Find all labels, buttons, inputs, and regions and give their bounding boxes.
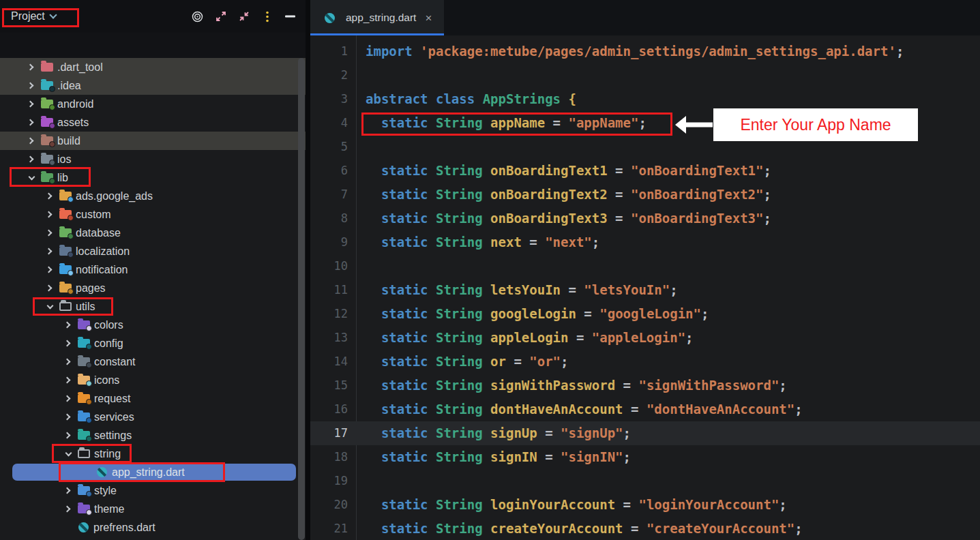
- tree-item-icons[interactable]: icons: [0, 371, 306, 389]
- line-text: static String signUp = "signUp";: [348, 421, 631, 445]
- tree-item-label: .dart_tool: [57, 61, 103, 74]
- chevron-collapsed-icon[interactable]: [23, 151, 40, 168]
- folder-badge: [68, 233, 74, 239]
- chevron-collapsed-icon[interactable]: [60, 501, 76, 518]
- more-options-icon[interactable]: [261, 11, 273, 22]
- tree-scrollbar[interactable]: [298, 58, 305, 540]
- tree-item-settings[interactable]: settings: [0, 426, 306, 445]
- chevron-collapsed-icon[interactable]: [60, 391, 76, 407]
- tree-item-string[interactable]: string: [0, 445, 306, 463]
- code-line-14[interactable]: 14 static String or = "or";: [310, 350, 980, 374]
- chevron-collapsed-icon[interactable]: [60, 317, 76, 333]
- shrink-window-icon[interactable]: [238, 11, 250, 22]
- chevron-collapsed-icon[interactable]: [23, 59, 40, 76]
- chevron-collapsed-icon[interactable]: [42, 207, 58, 223]
- chevron-collapsed-icon[interactable]: [42, 225, 58, 241]
- tree-item-theme[interactable]: theme: [0, 500, 306, 518]
- code-line-9[interactable]: 9 static String next = "next";: [310, 230, 980, 254]
- tree-item-services[interactable]: services: [0, 408, 306, 426]
- chevron-collapsed-icon[interactable]: [23, 133, 40, 149]
- tree-item--dart-tool[interactable]: .dart_tool: [0, 58, 306, 76]
- code-line-20[interactable]: 20 static String loginYourAccount = "log…: [310, 493, 980, 517]
- locate-icon[interactable]: [192, 11, 203, 22]
- folder-badge: [86, 436, 92, 442]
- chevron-expanded-icon[interactable]: [23, 170, 40, 186]
- project-view-dropdown[interactable]: Project: [11, 10, 56, 22]
- tree-item--idea[interactable]: .idea: [0, 76, 306, 95]
- tree-item-label: lib: [57, 172, 68, 184]
- line-number: 8: [310, 207, 348, 230]
- chevron-collapsed-icon[interactable]: [23, 115, 40, 131]
- code-line-7[interactable]: 7 static String onBoardingText2 = "onBoa…: [310, 183, 980, 207]
- code-line-13[interactable]: 13 static String appleLogin = "appleLogi…: [310, 326, 980, 350]
- code-line-12[interactable]: 12 static String googleLogin = "googleLo…: [310, 302, 980, 326]
- code-line-2[interactable]: 2: [310, 63, 980, 87]
- chevron-collapsed-icon[interactable]: [60, 427, 76, 444]
- tree-item-ios[interactable]: ios: [0, 150, 306, 168]
- left-arrow-icon: [674, 112, 713, 137]
- chevron-collapsed-icon[interactable]: [42, 280, 58, 297]
- folder-icon: [41, 100, 53, 108]
- expand-window-icon[interactable]: [215, 11, 226, 22]
- line-number: 12: [310, 302, 348, 326]
- tree-item-database[interactable]: database: [0, 224, 306, 242]
- folder-icon: [59, 210, 72, 219]
- tree-item-label: services: [94, 411, 134, 423]
- code-line-11[interactable]: 11 static String letsYouIn = "letsYouIn"…: [310, 278, 980, 302]
- tree-item-custom[interactable]: custom: [0, 205, 306, 224]
- code-line-16[interactable]: 16 static String dontHaveAnAccount = "do…: [310, 397, 980, 421]
- tree-item-request[interactable]: request: [0, 389, 306, 408]
- chevron-expanded-icon[interactable]: [60, 446, 76, 462]
- code-line-8[interactable]: 8 static String onBoardingText3 = "onBoa…: [310, 207, 980, 230]
- folder-badge: [49, 123, 55, 129]
- tree-item-label: localization: [76, 245, 130, 258]
- tree-item-lib[interactable]: lib: [0, 168, 306, 187]
- code-line-15[interactable]: 15 static String signWithPassword = "sig…: [310, 374, 980, 397]
- code-line-17[interactable]: 17 static String signUp = "signUp";: [310, 421, 980, 445]
- chevron-collapsed-icon[interactable]: [23, 78, 40, 94]
- line-number: 5: [310, 135, 348, 159]
- tree-item-localization[interactable]: localization: [0, 242, 306, 260]
- code-line-19[interactable]: 19: [310, 469, 980, 493]
- chevron-collapsed-icon[interactable]: [60, 335, 76, 352]
- chevron-expanded-icon[interactable]: [42, 299, 58, 315]
- code-line-6[interactable]: 6 static String onBoardingText1 = "onBoa…: [310, 159, 980, 183]
- tree-item-assets[interactable]: assets: [0, 113, 306, 132]
- tree-item-style[interactable]: style: [0, 481, 306, 500]
- line-text: static String letsYouIn = "letsYouIn";: [348, 278, 678, 302]
- tree-item-app-string-dart[interactable]: app_string.dart: [0, 463, 306, 481]
- code-line-18[interactable]: 18 static String signIN = "signIN";: [310, 445, 980, 469]
- code-line-10[interactable]: 10: [310, 254, 980, 278]
- folder-icon: [78, 376, 90, 385]
- hide-panel-icon[interactable]: [284, 11, 296, 22]
- chevron-spacer: [60, 520, 76, 536]
- chevron-collapsed-icon[interactable]: [60, 354, 76, 370]
- chevron-collapsed-icon[interactable]: [60, 483, 76, 499]
- tree-item-colors[interactable]: colors: [0, 316, 306, 334]
- tree-item-config[interactable]: config: [0, 334, 306, 352]
- line-number: 4: [310, 111, 348, 135]
- folder-icon: [78, 357, 90, 366]
- tab-app-string-dart[interactable]: app_string.dart ×: [310, 0, 444, 35]
- code-line-21[interactable]: 21 static String createYourAccount = "cr…: [310, 517, 980, 540]
- chevron-collapsed-icon[interactable]: [23, 96, 40, 112]
- chevron-collapsed-icon[interactable]: [42, 188, 58, 205]
- dart-file-icon: [97, 467, 107, 477]
- tree-item-clipped[interactable]: [0, 537, 306, 540]
- close-tab-icon[interactable]: ×: [425, 12, 432, 24]
- chevron-collapsed-icon[interactable]: [42, 262, 58, 278]
- tree-item-constant[interactable]: constant: [0, 352, 306, 371]
- chevron-collapsed-icon[interactable]: [60, 409, 76, 425]
- chevron-collapsed-icon[interactable]: [60, 372, 76, 389]
- chevron-collapsed-icon[interactable]: [42, 243, 58, 260]
- code-line-1[interactable]: 1import 'package:metube/pages/admin_sett…: [310, 40, 980, 63]
- tree-item-utils[interactable]: utils: [0, 297, 306, 316]
- tree-item-notification[interactable]: notification: [0, 260, 306, 279]
- code-line-3[interactable]: 3abstract class AppStrings {: [310, 87, 980, 111]
- folder-badge: [68, 215, 74, 221]
- tree-item-android[interactable]: android: [0, 95, 306, 113]
- tree-item-prefrens-dart[interactable]: prefrens.dart: [0, 518, 306, 537]
- tree-item-pages[interactable]: pages: [0, 279, 306, 297]
- tree-item-build[interactable]: build: [0, 132, 306, 150]
- tree-item-ads-google-ads[interactable]: ads.google_ads: [0, 187, 306, 205]
